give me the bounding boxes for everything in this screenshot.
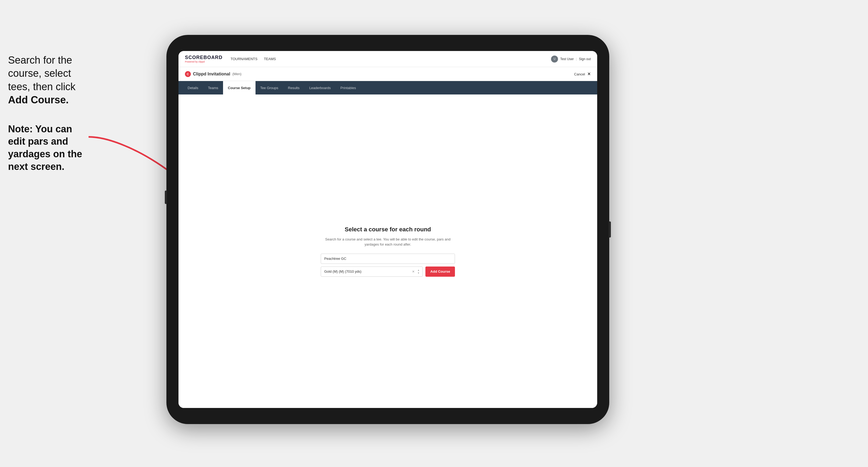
main-content: Select a course for each round Search fo… [179,94,597,408]
panel-description: Search for a course and select a tee. Yo… [321,237,455,247]
tee-clear-button[interactable]: ✕ [411,269,416,274]
logo-text: SCOREBOARD [185,55,222,60]
annotation-line2: course, select [8,68,71,79]
tournament-name: Clippd Invitational [193,72,230,76]
tournament-gender: (Men) [232,72,242,76]
cancel-x-icon[interactable]: ✕ [587,72,591,76]
tee-select-wrapper[interactable]: Gold (M) (M) (7010 yds) ✕ ▲ ▼ [321,267,423,277]
user-name: Test User [560,57,574,61]
top-nav: SCOREBOARD Powered by clippd TOURNAMENTS… [179,51,597,67]
tee-select-controls: ✕ ▲ ▼ [411,269,420,274]
annotation-note3: yardages on the [8,148,82,159]
annotation-note1: Note: You can [8,123,72,134]
tee-arrows: ▲ ▼ [416,269,420,274]
tournament-header: C Clippd Invitational (Men) Cancel ✕ [179,67,597,81]
tablet-power-button [609,221,611,238]
course-search-input[interactable] [321,254,455,264]
course-select-panel: Select a course for each round Search fo… [321,226,455,277]
nav-teams[interactable]: TEAMS [264,57,276,61]
annotation-line3: tees, then click [8,81,75,92]
annotation-line1: Search for the [8,55,72,66]
logo-sub: Powered by clippd [185,60,222,63]
annotation-text: Search for the course, select tees, then… [8,54,83,173]
annotation-note2: edit pars and [8,136,68,147]
tournament-icon: C [185,71,191,77]
signout-link[interactable]: Sign out [579,57,591,61]
logo-area: SCOREBOARD Powered by clippd [185,55,222,63]
tab-course-setup[interactable]: Course Setup [223,81,255,94]
tab-details[interactable]: Details [183,81,203,94]
tee-select-value: Gold (M) (M) (7010 yds) [324,270,362,274]
cancel-area[interactable]: Cancel ✕ [574,71,591,76]
tab-teams[interactable]: Teams [203,81,223,94]
add-course-button[interactable]: Add Course [426,267,455,277]
annotation-note4: next screen. [8,161,64,172]
tee-arrow-up[interactable]: ▲ [416,269,420,271]
tab-leaderboards[interactable]: Leaderboards [304,81,336,94]
tournament-title-area: C Clippd Invitational (Men) [185,71,574,77]
tab-nav: Details Teams Course Setup Tee Groups Re… [179,81,597,94]
nav-right: U Test User | Sign out [551,56,591,63]
user-avatar: U [551,56,558,63]
tablet-device: SCOREBOARD Powered by clippd TOURNAMENTS… [166,35,609,424]
tablet-side-button [165,191,167,204]
nav-separator: | [576,57,577,61]
tab-tee-groups[interactable]: Tee Groups [255,81,283,94]
tee-select-row: Gold (M) (M) (7010 yds) ✕ ▲ ▼ Add Course [321,267,455,277]
annotation-highlight: Add Course. [8,94,69,105]
tee-arrow-down[interactable]: ▼ [416,272,420,274]
tab-printables[interactable]: Printables [336,81,361,94]
nav-links: TOURNAMENTS TEAMS [230,57,551,61]
panel-title: Select a course for each round [321,226,455,233]
tab-results[interactable]: Results [283,81,304,94]
nav-tournaments[interactable]: TOURNAMENTS [230,57,257,61]
cancel-text[interactable]: Cancel [574,72,585,76]
tablet-screen: SCOREBOARD Powered by clippd TOURNAMENTS… [179,51,597,408]
